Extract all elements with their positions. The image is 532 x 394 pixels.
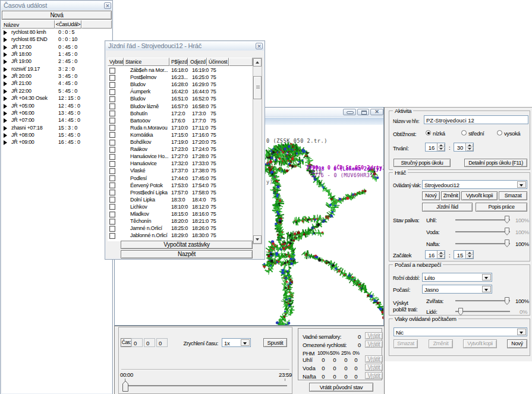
spin-down-icon[interactable] [437, 255, 445, 259]
scroll-down-button[interactable] [253, 235, 262, 244]
jizdni-titlebar[interactable]: Jízdní řád - Strojvedouci12 - Hráč [106, 42, 264, 51]
station-checkbox[interactable] [109, 111, 115, 116]
spin-down-icon[interactable] [437, 147, 445, 152]
station-checkbox[interactable] [109, 219, 115, 225]
time-slider-thumb[interactable] [122, 380, 129, 392]
station-row[interactable]: Bohdíkov17:19:017:20:075 [108, 139, 253, 146]
station-checkbox[interactable] [109, 118, 115, 124]
duration-mins-spinner[interactable]: 30 [454, 143, 474, 152]
fuel-vratit-button[interactable]: Vrátit [365, 355, 383, 363]
station-checkbox[interactable] [109, 125, 115, 131]
station-checkbox[interactable] [109, 190, 115, 196]
event-row[interactable]: JŘ 22:005 : 45 : 0 [2, 88, 112, 95]
event-row[interactable]: JŘ +06:0013 : 45 : 0 [2, 110, 112, 117]
jizdni-scrollbar[interactable] [253, 58, 262, 244]
station-row[interactable]: Hanuáovice17:32:017:33:075 [108, 160, 253, 168]
season-dropdown-icon[interactable] [482, 274, 491, 280]
back-button[interactable]: Nazpět [121, 250, 253, 259]
fuel-vratit-button[interactable]: Vrátit [365, 364, 383, 371]
jizdni-col-ucinnost[interactable]: Účinnost [207, 58, 229, 66]
animals-slider-track[interactable] [455, 300, 510, 302]
station-row[interactable]: Áumperk16:42:016:44:075 [108, 89, 253, 96]
cas-value-3[interactable]: 0 [156, 338, 168, 347]
event-row[interactable]: JŘ 20:003 : 45 : 0 [2, 73, 112, 80]
compute-stops-button[interactable]: Vypočítat zastávky [121, 241, 253, 249]
weather-combo[interactable]: Jasno [422, 285, 492, 294]
brief-desc-button[interactable]: Stručný popis úkolu [394, 159, 451, 167]
jizdni-col-prijezd[interactable]: P$íjezd [169, 58, 188, 66]
station-checkbox[interactable] [109, 75, 115, 81]
station-row[interactable]: Vlaské17:37:017:38:075 [108, 168, 253, 175]
restore-button[interactable]: Vrátit původní stav [309, 383, 373, 392]
train-new-button[interactable]: Nový [422, 191, 440, 200]
station-row[interactable]: Bartoöov17:6:017:7:075 [108, 118, 253, 125]
station-checkbox[interactable] [109, 161, 115, 167]
minimize-button[interactable] [343, 109, 356, 115]
train-dropdown-icon[interactable] [517, 181, 526, 188]
timetable-button[interactable]: Jízdní řád [422, 203, 473, 212]
train-combo[interactable]: Strojvedouci12 [422, 180, 527, 189]
coal-slider-track[interactable] [455, 219, 510, 221]
cpu-delete-button[interactable]: Smazat [394, 339, 418, 348]
station-checkbox[interactable] [109, 182, 115, 188]
scroll-up-button[interactable] [253, 58, 262, 67]
station-checkbox[interactable] [109, 197, 115, 203]
start-hours-spinner[interactable]: 16 [425, 250, 445, 259]
spin-down-icon[interactable] [466, 147, 473, 152]
time-slider-track[interactable] [125, 385, 287, 387]
station-row[interactable]: Dolní Lipka18:3:018:4:075 [108, 197, 253, 204]
event-row[interactable]: JŘ +08:0015 : 45 : 0 [2, 132, 112, 139]
station-row[interactable]: Ruda n.Moravou17:10:017:11:075 [108, 125, 253, 132]
event-row[interactable]: zhasni +07:1815 : 3 : 0 [2, 125, 112, 132]
casova-close-button[interactable]: ✕ [104, 2, 111, 9]
cpu-new-button[interactable]: Nový [507, 339, 527, 348]
scroll-thumb[interactable] [253, 76, 262, 99]
water-slider-thumb[interactable] [505, 228, 509, 235]
spin-down-icon[interactable] [466, 255, 473, 259]
station-row[interactable]: Komöátka17:15:017:16:075 [108, 132, 253, 139]
station-checkbox[interactable] [109, 204, 115, 210]
station-row[interactable]: Prost$ední Lipka17:57:017:58:075 [108, 190, 253, 197]
difficulty-radio-high[interactable] [497, 130, 502, 135]
station-row[interactable]: Jamné n.Orlicí18:25:018:26:075 [108, 225, 253, 232]
event-row[interactable]: rychlost 80 kmh0 : 0 : 5 [2, 29, 112, 36]
accel-dropdown-icon[interactable] [241, 339, 250, 346]
fuel-vratit-button[interactable]: Vrátit [365, 372, 383, 379]
casova-col-nazev[interactable]: Název [2, 20, 55, 29]
event-row[interactable]: JŘ +05:0012 : 45 : 0 [2, 103, 112, 110]
station-row[interactable]: Post$elmov16:23...16:25:075 [108, 74, 253, 81]
jizdni-col-stanice[interactable]: Stanice [124, 58, 169, 66]
event-row[interactable]: JŘ 19:002 : 45 : 0 [2, 58, 112, 65]
signals-vratit-button[interactable]: Vrátit [365, 332, 383, 339]
speeds-vratit-button[interactable]: Vrátit [365, 341, 383, 348]
station-checkbox[interactable] [109, 168, 115, 174]
station-checkbox[interactable] [109, 154, 115, 160]
maximize-button[interactable] [357, 109, 369, 115]
jizdni-close-button[interactable]: ✕ [256, 43, 263, 49]
station-row[interactable]: Jablonné n.Orlicí18:29:018:30:075 [108, 232, 253, 239]
station-row[interactable]: Éervený Potok17:53:017:54:075 [108, 182, 253, 190]
oil-slider-track[interactable] [455, 243, 510, 245]
start-mins-spinner[interactable]: 15 [454, 250, 474, 259]
station-checkbox[interactable] [109, 132, 115, 138]
cas-value-1[interactable]: 0 [131, 338, 143, 347]
station-checkbox[interactable] [109, 175, 115, 181]
cas-button[interactable]: Čas: [121, 338, 132, 347]
station-row[interactable]: Záb$eh na Mor...16:18:016:19:075 [108, 67, 253, 74]
casova-titlebar[interactable]: Časová událost [1, 1, 112, 10]
people-slider-thumb[interactable] [458, 308, 463, 316]
station-checkbox[interactable] [109, 226, 115, 232]
nova-button[interactable]: Nová [2, 11, 112, 20]
station-checkbox[interactable] [109, 233, 115, 239]
station-row[interactable]: Podlesí17:44:017:45:075 [108, 175, 253, 182]
oil-slider-thumb[interactable] [505, 239, 509, 247]
difficulty-radio-low[interactable] [426, 130, 431, 135]
station-checkbox[interactable] [109, 68, 115, 74]
event-row[interactable]: rozsviť 19.173 : 2 : 0 [2, 66, 112, 73]
coal-slider-thumb[interactable] [505, 216, 509, 223]
jizdni-col-odjezd[interactable]: Odjezd [188, 58, 207, 66]
event-row[interactable]: JŘ 17:000 : 45 : 0 [2, 44, 112, 51]
weather-dropdown-icon[interactable] [482, 286, 491, 292]
cpu-train-dropdown-icon[interactable] [517, 329, 526, 335]
cpu-train-combo[interactable]: Nic [394, 327, 527, 336]
